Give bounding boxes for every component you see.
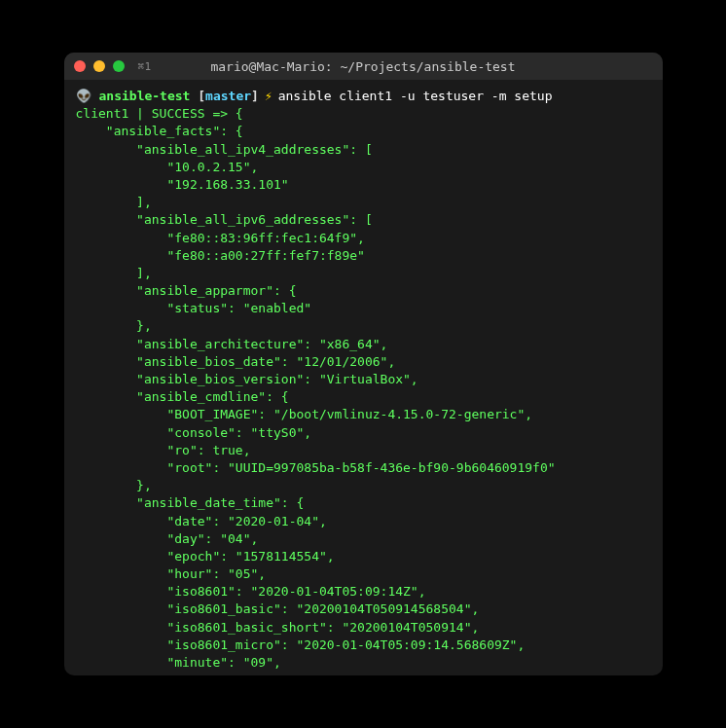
prompt-icon: 👽 [76, 88, 91, 105]
terminal-body[interactable]: 👽 ansible-test [master] ⚡ ansible client… [64, 80, 663, 675]
output-block: "ansible_facts": { "ansible_all_ipv4_add… [76, 123, 651, 672]
prompt-separator-icon: ⚡ [265, 88, 272, 105]
result-header: client1 | SUCCESS => { [76, 105, 651, 123]
tab-shortcut: ⌘1 [138, 60, 152, 73]
minimize-button[interactable] [93, 60, 105, 72]
window-title: mario@Mac-Mario: ~/Projects/ansible-test [64, 59, 663, 74]
maximize-button[interactable] [113, 60, 125, 72]
branch-close: ] [251, 88, 259, 105]
prompt-line: 👽 ansible-test [master] ⚡ ansible client… [76, 88, 651, 105]
terminal-window: ⌘1 mario@Mac-Mario: ~/Projects/ansible-t… [64, 53, 663, 675]
branch-open: [ [198, 88, 205, 105]
command-text: ansible client1 -u testuser -m setup [278, 88, 553, 105]
close-button[interactable] [74, 60, 86, 72]
git-branch: master [205, 88, 251, 105]
titlebar: ⌘1 mario@Mac-Mario: ~/Projects/ansible-t… [64, 53, 663, 80]
prompt-dir: ansible-test [99, 88, 191, 105]
traffic-lights [74, 60, 125, 72]
